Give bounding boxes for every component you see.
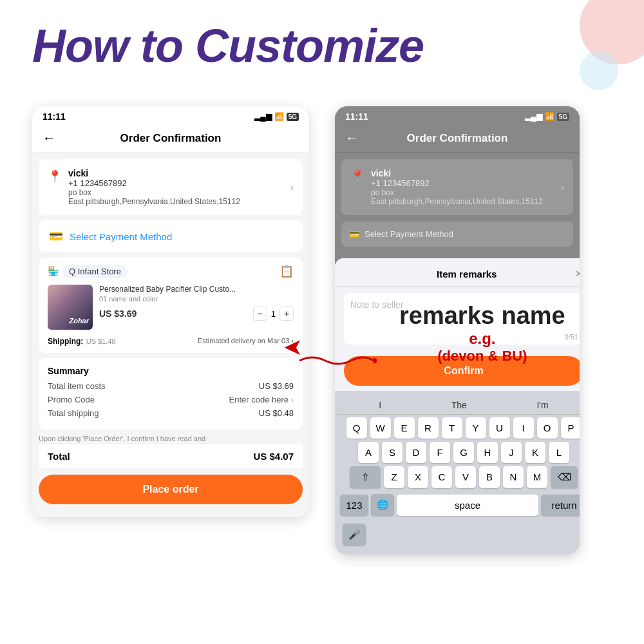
address-box-left: po box [68, 188, 284, 197]
remarks-name-text: remarks name [399, 303, 565, 330]
address-info-right: vicki +1 1234567892 po box East pittsbur… [371, 168, 554, 206]
total-shipping-row: Total shipping US $0.48 [48, 408, 294, 418]
quantity-control: − 1 + [253, 307, 294, 321]
qty-number: 1 [271, 309, 276, 319]
key-u[interactable]: U [489, 417, 510, 439]
key-f[interactable]: F [430, 442, 450, 463]
key-c[interactable]: C [431, 466, 452, 488]
key-mic[interactable]: 🎤 [343, 524, 366, 545]
key-k[interactable]: K [525, 442, 545, 463]
5g-icon-right: 5G [557, 113, 569, 121]
product-price-row: US $3.69 − 1 + [99, 307, 294, 321]
address-card-right: 📍 vicki +1 1234567892 po box East pittsb… [341, 159, 573, 215]
key-q[interactable]: Q [346, 417, 367, 439]
back-button-right[interactable]: ← [345, 131, 358, 146]
product-details: Personalized Baby Pacifier Clip Custo...… [99, 285, 294, 321]
summary-title: Summary [48, 366, 294, 376]
key-123[interactable]: 123 [340, 495, 368, 516]
char-count: 0/51 [565, 333, 578, 341]
product-variant: 01 name and color [99, 295, 294, 303]
note-icon[interactable]: 📋 [279, 264, 294, 278]
back-button-left[interactable]: ← [43, 131, 55, 146]
status-bar-left: 11:11 ▂▄▆ 📶 5G [32, 106, 309, 124]
address-arrow-left: › [290, 182, 294, 193]
key-d[interactable]: D [406, 442, 426, 463]
right-phone-content: 11:11 ▂▄▆ 📶 5G ← Order Confirmation 📍 vi… [335, 106, 580, 258]
key-b[interactable]: B [479, 466, 500, 488]
key-g[interactable]: G [453, 442, 474, 463]
qty-increase-btn[interactable]: + [279, 307, 294, 321]
key-y[interactable]: Y [466, 417, 486, 439]
total-row: Total US $4.07 [39, 444, 303, 468]
location-icon-left: 📍 [48, 169, 62, 184]
key-n[interactable]: N [503, 466, 524, 488]
key-r[interactable]: R [418, 417, 439, 439]
key-backspace[interactable]: ⌫ [551, 466, 578, 488]
red-arrow: ➤ [283, 334, 303, 361]
key-h[interactable]: H [477, 442, 498, 463]
key-j[interactable]: J [501, 442, 522, 463]
key-o[interactable]: O [537, 417, 558, 439]
squiggle-arrow [293, 351, 377, 370]
key-a[interactable]: A [358, 442, 379, 463]
key-e[interactable]: E [394, 417, 415, 439]
keyboard-row-1: Q W E R T Y U I O P [337, 417, 580, 439]
keyboard-bottom: 123 🌐 space return [337, 491, 580, 521]
promo-label: Promo Code [48, 395, 95, 404]
total-value: US $4.07 [253, 451, 294, 462]
keyboard-suggestions: I The I'm [337, 396, 580, 415]
key-i[interactable]: I [513, 417, 534, 439]
key-space[interactable]: space [397, 495, 538, 516]
shipping-label: Shipping: [48, 337, 83, 346]
left-phone-screenshot: 11:11 ▂▄▆ 📶 5G ← Order Confirmation 📍 vi… [32, 106, 309, 517]
summary-item-costs-row: Total item costs US $3.69 [48, 381, 294, 391]
modal-header: Item remarks × [335, 258, 580, 287]
suggestion-the[interactable]: The [451, 400, 467, 410]
key-return[interactable]: return [541, 495, 580, 516]
key-l[interactable]: L [549, 442, 569, 463]
key-s[interactable]: S [382, 442, 402, 463]
disclaimer-text: Upon clicking 'Place Order', I confirm I… [39, 435, 303, 442]
signal-icon: ▂▄▆ [254, 112, 272, 121]
status-time-left: 11:11 [43, 111, 66, 122]
keyboard-row-3: ⇧ Z X C V B N M ⌫ [337, 466, 580, 488]
address-name-right: vicki [371, 168, 554, 178]
address-card-left[interactable]: 📍 vicki +1 1234567892 po box East pittsb… [39, 159, 303, 215]
modal-close-button[interactable]: × [575, 267, 580, 281]
item-costs-label: Total item costs [48, 381, 106, 391]
location-icon-right: 📍 [350, 169, 365, 184]
store-card-left: 🏪 Q Infant Store 📋 Zohar Personalized Ba… [39, 258, 303, 353]
address-city-right: East pittsburgh,Pennsylvania,United Stat… [371, 197, 554, 206]
qty-decrease-btn[interactable]: − [253, 307, 267, 321]
store-name-badge: 🏪 Q Infant Store [48, 265, 128, 278]
total-label: Total [48, 451, 70, 462]
summary-card: Summary Total item costs US $3.69 Promo … [39, 358, 303, 430]
store-icon: 🏪 [48, 266, 59, 276]
payment-icon-left: 💳 [49, 229, 63, 243]
total-shipping-value: US $0.48 [259, 408, 294, 418]
product-image-label: Zohar [69, 317, 89, 325]
place-order-button[interactable]: Place order [39, 475, 303, 504]
5g-icon: 5G [287, 113, 299, 121]
key-z[interactable]: Z [384, 466, 404, 488]
key-t[interactable]: T [442, 417, 462, 439]
address-arrow-right: › [561, 182, 564, 193]
status-bar-right: 11:11 ▂▄▆ 📶 5G [335, 106, 580, 124]
address-city-left: East pittsburgh,Pennsylvania,United Stat… [68, 197, 284, 206]
key-globe[interactable]: 🌐 [371, 494, 394, 516]
wifi-icon-right: 📶 [545, 112, 554, 121]
key-shift[interactable]: ⇧ [350, 466, 381, 488]
suggestion-im[interactable]: I'm [536, 400, 548, 410]
key-v[interactable]: V [455, 466, 476, 488]
key-w[interactable]: W [370, 417, 391, 439]
key-x[interactable]: X [408, 466, 428, 488]
key-m[interactable]: M [527, 466, 547, 488]
suggestion-i[interactable]: I [379, 400, 381, 410]
key-p[interactable]: P [561, 417, 580, 439]
shipping-row: Shipping: US $1.48 Estimated delivery on… [48, 335, 294, 346]
promo-row[interactable]: Promo Code Enter code here › [48, 395, 294, 404]
keyboard-mic-row: 🎤 [337, 521, 580, 552]
item-costs-value: US $3.69 [259, 381, 294, 391]
product-name: Personalized Baby Pacifier Clip Custo... [99, 285, 294, 294]
payment-card-left[interactable]: 💳 Select Payment Method [39, 220, 303, 252]
